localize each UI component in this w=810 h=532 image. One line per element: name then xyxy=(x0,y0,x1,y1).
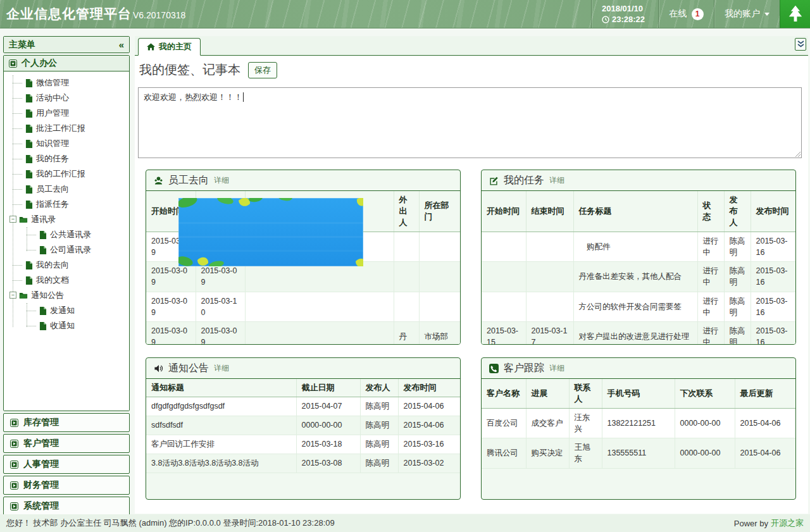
file-icon xyxy=(25,261,33,269)
tree-line xyxy=(13,280,22,281)
table-cell xyxy=(526,232,573,262)
table-cell: 2015-03-08 xyxy=(296,454,360,473)
sidebar-accordion-item[interactable]: 系统管理 xyxy=(3,497,130,516)
tree-line xyxy=(13,83,22,84)
table-cell: 135555511 xyxy=(602,438,675,468)
resize-grip[interactable] xyxy=(794,151,801,157)
table-cell: 成交客户 xyxy=(526,409,569,438)
tree-line xyxy=(13,204,22,205)
home-icon xyxy=(147,43,155,51)
section-expanded-icon xyxy=(9,59,17,68)
detail-link[interactable]: 详细 xyxy=(549,175,564,186)
tree-item[interactable]: 活动中心 xyxy=(4,90,129,106)
table-cell xyxy=(482,292,526,321)
tree-child-item[interactable]: 收通知 xyxy=(18,318,129,333)
table-cell: 市场部 xyxy=(419,321,461,345)
notes-textarea[interactable]: 欢迎欢迎，热烈欢迎！！！ xyxy=(138,87,802,158)
tree-folder-item[interactable]: −通讯录 xyxy=(4,212,129,227)
table-cell: 2015-03-09 xyxy=(146,292,196,321)
tree-line xyxy=(13,128,22,129)
panel-title: 我的任务 xyxy=(504,174,544,187)
tab-my-homepage[interactable]: 我的主页 xyxy=(138,38,201,56)
tree-child-item[interactable]: 发通知 xyxy=(18,303,129,318)
column-header: 任务标题 xyxy=(573,191,697,232)
collapse-tabs-button[interactable] xyxy=(795,38,806,51)
file-icon xyxy=(25,140,33,148)
tree-item-label: 用户管理 xyxy=(36,108,69,119)
online-status[interactable]: 在线 1 xyxy=(658,0,714,28)
tree-item[interactable]: 微信管理 xyxy=(4,75,129,90)
collapse-node-icon[interactable]: − xyxy=(9,292,16,299)
detail-link[interactable]: 详细 xyxy=(214,175,229,186)
table-row: 2015-03-152015-03-17对客户提出的改进意见进行处理进行中陈高明… xyxy=(482,321,796,345)
tree-item-label: 通知公告 xyxy=(31,290,64,301)
column-header: 下次联系 xyxy=(675,379,735,409)
table-cell: 2015-03-18 xyxy=(296,435,360,454)
tree-item[interactable]: 指派任务 xyxy=(4,197,129,212)
banner-leaves-graphic xyxy=(178,198,363,266)
table-cell: 陈高明 xyxy=(360,397,398,416)
column-header: 联系人 xyxy=(569,379,602,409)
table-cell: 陈高明 xyxy=(724,232,751,262)
folder-icon xyxy=(19,292,28,299)
table-cell: sdfsdfsdf xyxy=(146,416,296,435)
tree-item-label: 我的去向 xyxy=(36,259,69,271)
tree-item[interactable]: 批注工作汇报 xyxy=(4,121,129,136)
accordion-label: 系统管理 xyxy=(23,500,59,512)
detail-link[interactable]: 详细 xyxy=(549,363,564,374)
table-cell: 方公司的软件开发合同需要签 xyxy=(573,292,697,321)
table-cell: 陈高明 xyxy=(360,454,398,473)
save-button[interactable]: 保存 xyxy=(248,62,277,78)
account-menu[interactable]: 我的账户 xyxy=(714,0,780,28)
tree-item[interactable]: 我的文档 xyxy=(4,273,129,288)
table-row: 客户回访工作安排2015-03-18陈高明2015-03-16 xyxy=(146,435,461,454)
table-cell xyxy=(394,232,419,262)
table-header-row: 客户名称进展联系人手机号码下次联系最后更新 xyxy=(482,379,796,409)
table-cell: 2015-04-06 xyxy=(735,409,796,438)
sidebar-accordion-item[interactable]: 人事管理 xyxy=(3,455,130,474)
accordion-label: 财务管理 xyxy=(23,479,59,491)
column-header: 最后更新 xyxy=(735,379,796,409)
tree-item[interactable]: 员工去向 xyxy=(4,182,129,197)
brand-link[interactable]: 开源之家 xyxy=(771,517,804,529)
accordion-label: 客户管理 xyxy=(23,438,59,449)
table-row: 购配件进行中陈高明2015-03-16 xyxy=(482,232,796,262)
file-icon xyxy=(39,322,47,330)
section-collapsed-icon xyxy=(10,481,18,490)
tree-item[interactable]: 用户管理 xyxy=(4,106,129,121)
tree-item[interactable]: 我的任务 xyxy=(4,151,129,166)
person-icon xyxy=(154,176,163,185)
file-icon xyxy=(39,246,47,254)
sidebar-section-personal-office[interactable]: 个人办公 xyxy=(4,56,129,71)
sidebar-accordion-item[interactable]: 客户管理 xyxy=(3,434,130,453)
collapse-sidebar-icon[interactable]: « xyxy=(119,39,124,50)
table-cell: dfgdfgdfgdsfgsdfgsdf xyxy=(146,397,296,416)
table-cell: 腾讯公司 xyxy=(482,438,526,468)
tree-folder-item[interactable]: −通知公告 xyxy=(4,288,129,303)
tree-item-label: 知识管理 xyxy=(36,138,69,149)
tree-item-label: 公共通讯录 xyxy=(50,229,91,240)
detail-link[interactable]: 详细 xyxy=(214,363,229,374)
tree-line xyxy=(13,189,22,190)
tree-item-label: 公司通讯录 xyxy=(50,244,91,256)
tree-child-item[interactable]: 公共通讯录 xyxy=(18,227,129,242)
table-cell xyxy=(245,321,394,345)
header-date: 2018/01/10 xyxy=(602,3,643,14)
sidebar-accordion-item[interactable]: 库存管理 xyxy=(3,413,130,432)
column-header: 客户名称 xyxy=(482,379,526,409)
table-row: 腾讯公司购买决定王旭东1355555110000-00-002015-04-06 xyxy=(482,438,796,468)
tree-item-label: 通讯录 xyxy=(31,214,56,225)
section-collapsed-icon xyxy=(10,419,18,427)
table-cell xyxy=(394,262,419,292)
tree-item[interactable]: 我的去向 xyxy=(4,257,129,273)
tree-logo-tile[interactable] xyxy=(780,0,810,28)
tree-item[interactable]: 知识管理 xyxy=(4,136,129,151)
file-icon xyxy=(25,125,33,133)
table-cell xyxy=(482,262,526,292)
clock-icon xyxy=(602,16,609,23)
collapse-node-icon[interactable]: − xyxy=(9,216,16,223)
tree-item[interactable]: 我的工作汇报 xyxy=(4,166,129,182)
tree-child-item[interactable]: 公司通讯录 xyxy=(18,242,129,257)
sidebar-accordion-item[interactable]: 财务管理 xyxy=(3,476,130,495)
table-row: 2015-03-092015-03-10 xyxy=(146,292,461,321)
